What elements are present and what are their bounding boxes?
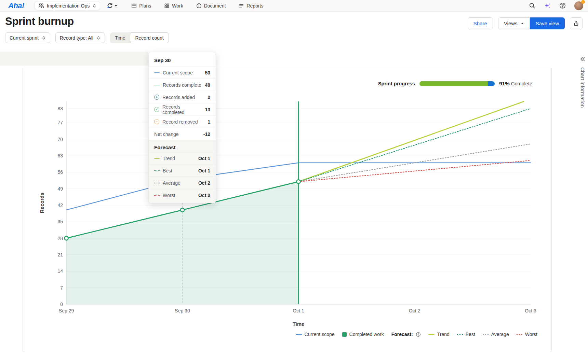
nav-items: PlansWorkDocumentReports bbox=[131, 3, 263, 9]
y-tick-35: 35 bbox=[57, 219, 63, 224]
record-removed-swatch: − bbox=[154, 119, 159, 124]
progress-percent: 91% Complete bbox=[499, 81, 532, 87]
legend-label: Completed work bbox=[349, 332, 384, 337]
nav-item-label: Reports bbox=[246, 3, 263, 9]
average-swatch bbox=[154, 183, 160, 183]
legend-item-trend[interactable]: Trend bbox=[428, 332, 450, 337]
tooltip-forecast-rows: TrendOct 1BestOct 1AverageOct 2WorstOct … bbox=[149, 152, 216, 201]
y-tick-63: 63 bbox=[57, 153, 63, 158]
toggle-record-count[interactable]: Record count bbox=[130, 32, 169, 43]
records-added-swatch: + bbox=[154, 95, 159, 100]
forecast-row-label: Trend bbox=[163, 156, 175, 161]
chart-legend: Current scopeCompleted workForecast:Tren… bbox=[296, 332, 537, 337]
y-tick-56: 56 bbox=[57, 169, 63, 175]
sparkles-icon[interactable] bbox=[544, 2, 551, 9]
average-swatch bbox=[483, 334, 489, 335]
help-icon[interactable] bbox=[559, 2, 566, 9]
y-tick-49: 49 bbox=[57, 186, 63, 192]
workspace-label: Implementation Ops bbox=[47, 3, 90, 9]
burnup-chart[interactable]: 071421283542495663707783Sep 29Sep 30Oct … bbox=[23, 68, 552, 352]
tooltip-row-label: Records added bbox=[162, 95, 195, 100]
tooltip-row-label: Record removed bbox=[162, 119, 198, 125]
tooltip-row-value: 1 bbox=[208, 119, 210, 125]
sprint-progress: Sprint progress 91% Complete bbox=[378, 81, 532, 87]
y-axis-title: Records bbox=[39, 193, 45, 213]
tooltip-rows: Current scope53Records complete40+Record… bbox=[149, 66, 216, 140]
export-button[interactable] bbox=[570, 17, 583, 29]
nav-item-label: Plans bbox=[139, 3, 151, 9]
progress-percent-suffix: Complete bbox=[511, 81, 532, 86]
y-tick-42: 42 bbox=[57, 202, 63, 208]
x-tick-sep-30: Sep 30 bbox=[175, 308, 190, 313]
tooltip-row-value: 53 bbox=[205, 70, 210, 75]
progress-remaining-segment bbox=[488, 81, 495, 86]
nav-item-document[interactable]: Document bbox=[196, 3, 226, 9]
x-tick-oct-1: Oct 1 bbox=[293, 308, 304, 313]
legend-item-current-scope[interactable]: Current scope bbox=[296, 332, 335, 337]
search-icon[interactable] bbox=[529, 2, 535, 9]
expand-panel-button[interactable] bbox=[579, 56, 585, 63]
tooltip-forecast-section: Forecast TrendOct 1BestOct 1AverageOct 2… bbox=[149, 140, 216, 203]
records-complete-swatch bbox=[154, 85, 160, 85]
avatar[interactable] bbox=[574, 1, 583, 10]
tooltip-row-value: -12 bbox=[203, 131, 210, 137]
legend-label: Current scope bbox=[305, 332, 335, 337]
toggle-time[interactable]: Time bbox=[110, 32, 130, 43]
legend-item-best[interactable]: Best bbox=[457, 332, 475, 337]
current-scope-swatch bbox=[154, 72, 160, 73]
tooltip-row-record-removed: −Record removed1 bbox=[149, 115, 216, 128]
tooltip-row-net-change: Net change-12 bbox=[149, 128, 216, 140]
x-axis-title: Time bbox=[293, 321, 305, 327]
forecast-row-label: Worst bbox=[163, 193, 175, 198]
tooltip-row-current-scope: Current scope53 bbox=[149, 66, 216, 79]
x-tick-oct-2: Oct 2 bbox=[409, 308, 420, 313]
forecast-row-label: Average bbox=[163, 180, 181, 186]
y-tick-77: 77 bbox=[57, 120, 63, 125]
record-type-dropdown[interactable]: Record type: All bbox=[55, 32, 105, 43]
save-view-button[interactable]: Save view bbox=[530, 17, 565, 29]
nav-item-plans[interactable]: Plans bbox=[131, 3, 151, 9]
chart-information-tab[interactable]: Chart information bbox=[580, 67, 586, 108]
share-button[interactable]: Share bbox=[468, 17, 493, 29]
workspace-switcher[interactable]: Implementation Ops bbox=[35, 1, 100, 10]
tooltip-row-label: Records completed bbox=[162, 104, 202, 115]
calendar-icon bbox=[131, 3, 137, 9]
completed-work-swatch bbox=[342, 332, 347, 337]
top-nav: Aha! Implementation Ops PlansWorkDocumen… bbox=[0, 0, 588, 12]
trend-swatch bbox=[428, 334, 435, 335]
sprint-dropdown[interactable]: Current sprint bbox=[5, 32, 50, 43]
views-button[interactable]: Views bbox=[498, 17, 530, 29]
y-tick-21: 21 bbox=[57, 252, 63, 257]
progress-done-segment bbox=[419, 81, 488, 86]
legend-item-average[interactable]: Average bbox=[483, 332, 509, 337]
nav-item-work[interactable]: Work bbox=[164, 3, 183, 9]
worst-swatch bbox=[154, 195, 160, 196]
chart-tooltip: Sep 30 Current scope53Records complete40… bbox=[148, 52, 216, 203]
chart-plot-area[interactable] bbox=[66, 101, 531, 304]
legend-item-forecast[interactable]: Forecast: bbox=[391, 332, 421, 337]
caret-down-icon bbox=[521, 22, 524, 25]
nav-item-label: Document bbox=[204, 3, 226, 9]
worst-swatch bbox=[517, 334, 522, 335]
legend-label: Forecast: bbox=[391, 332, 413, 337]
legend-item-completed-work[interactable]: Completed work bbox=[342, 332, 384, 337]
forecast-row-value: Oct 1 bbox=[198, 156, 210, 161]
tooltip-date: Sep 30 bbox=[149, 52, 216, 66]
legend-label: Trend bbox=[437, 332, 450, 337]
current-scope-swatch bbox=[296, 334, 302, 335]
nav-item-reports[interactable]: Reports bbox=[239, 3, 263, 9]
toolbar-strip bbox=[0, 52, 148, 66]
aha-logo[interactable]: Aha! bbox=[8, 1, 24, 10]
updown-icon bbox=[42, 36, 46, 40]
forecast-row-worst: WorstOct 2 bbox=[149, 189, 216, 201]
sprint-progress-label: Sprint progress bbox=[378, 81, 415, 86]
forecast-row-value: Oct 2 bbox=[198, 193, 210, 198]
chart-card: 071421283542495663707783Sep 29Sep 30Oct … bbox=[23, 68, 552, 352]
tooltip-row-label: Current scope bbox=[163, 70, 193, 75]
views-save-group: Views Save view bbox=[498, 17, 565, 29]
trend-swatch bbox=[154, 158, 160, 159]
sync-menu-button[interactable] bbox=[107, 3, 118, 9]
info-icon bbox=[416, 332, 421, 337]
legend-item-worst[interactable]: Worst bbox=[517, 332, 537, 337]
report-icon bbox=[239, 3, 244, 9]
